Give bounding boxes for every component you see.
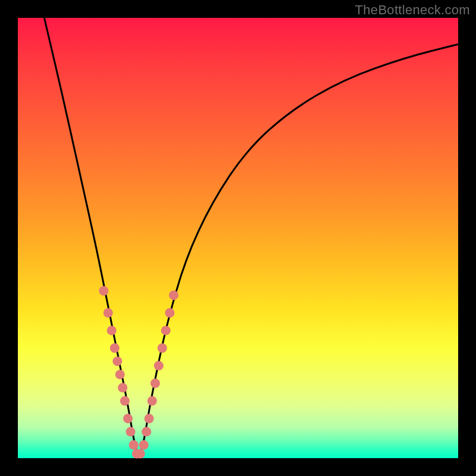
bottleneck-curve-path (44, 18, 458, 454)
marker-dot (110, 343, 120, 353)
marker-dot (112, 356, 122, 366)
marker-dot (169, 290, 178, 300)
marker-dot (136, 449, 145, 459)
plot-area (18, 18, 458, 458)
marker-dot (142, 427, 151, 437)
marker-dot (151, 378, 160, 388)
marker-dot (120, 396, 130, 406)
marker-dot (154, 361, 164, 371)
marker-dot (107, 325, 117, 335)
marker-dot (161, 325, 171, 335)
marker-dot (126, 427, 135, 437)
marker-dot (118, 383, 127, 393)
marker-dot (115, 369, 125, 379)
marker-dot (158, 343, 167, 353)
dots-layer (99, 286, 178, 459)
marker-dot (148, 396, 157, 406)
marker-dot (165, 308, 174, 318)
marker-dot (99, 286, 108, 296)
curve-layer (44, 18, 458, 454)
marker-dot (145, 414, 154, 423)
chart-svg (18, 18, 458, 458)
marker-dot (104, 308, 113, 318)
marker-dot (139, 440, 149, 450)
marker-dot (123, 414, 133, 423)
watermark-text: TheBottleneck.com (355, 2, 470, 18)
outer-frame: TheBottleneck.com (0, 0, 476, 476)
marker-dot (129, 440, 139, 450)
